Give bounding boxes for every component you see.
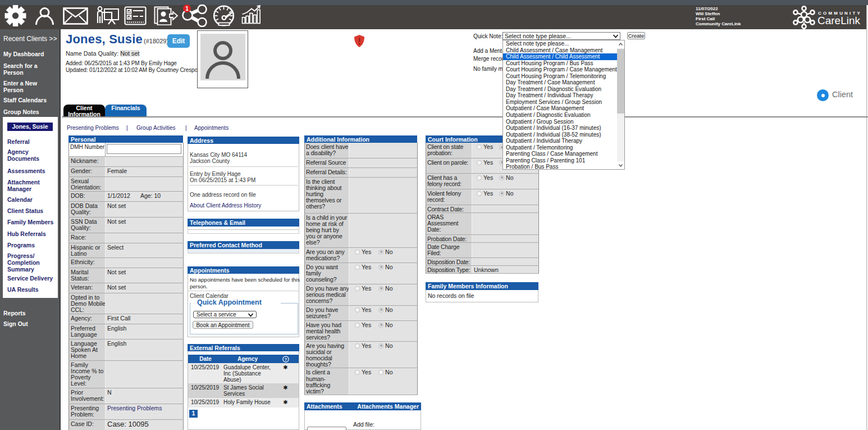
svg-text:?: ? (284, 357, 287, 362)
svg-text:1: 1 (185, 6, 189, 12)
